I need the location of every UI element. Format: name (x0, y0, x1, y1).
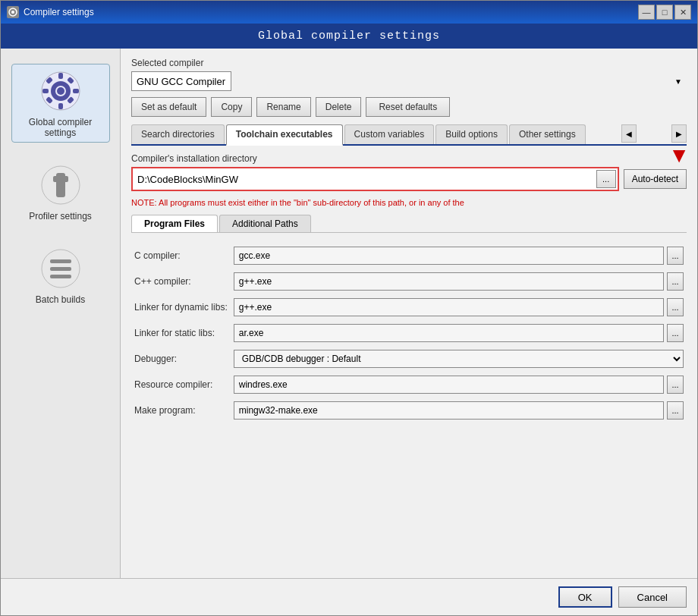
table-row: Debugger: GDB/CDB debugger : Default (131, 348, 687, 369)
sub-tab-additional-paths[interactable]: Additional Paths (219, 215, 311, 232)
make-program-label: Make program: (131, 400, 231, 421)
title-bar-controls: — □ ✕ (638, 5, 691, 20)
tab-search-directories[interactable]: Search directories (131, 124, 225, 144)
tab-other-settings[interactable]: Other settings (509, 124, 586, 144)
right-panel: Selected compiler GNU GCC Compiler ▼ Set… (121, 49, 697, 578)
sidebar: Global compilersettings Profiler (1, 49, 121, 578)
close-button[interactable]: ✕ (674, 5, 691, 20)
linker-static-input-cell: ... (231, 322, 687, 344)
compiler-dropdown-row: GNU GCC Compiler ▼ (131, 71, 687, 91)
linker-dynamic-wrapper: ... (234, 298, 684, 316)
global-compiler-icon (38, 68, 83, 114)
title-bar-left: Compiler settings (7, 6, 94, 18)
svg-rect-6 (58, 73, 63, 79)
app-icon (7, 6, 19, 18)
window-title: Compiler settings (24, 7, 94, 17)
linker-dynamic-input[interactable] (234, 298, 664, 316)
svg-point-2 (11, 11, 14, 14)
button-row: Set as default Copy Rename Delete Reset … (131, 97, 687, 117)
sidebar-label-global-compiler: Global compilersettings (29, 117, 92, 138)
copy-button[interactable]: Copy (211, 97, 252, 117)
auto-detect-wrapper: ▼ Auto-detect (624, 169, 687, 189)
c-compiler-input-cell: ... (231, 245, 687, 266)
debugger-select[interactable]: GDB/CDB debugger : Default (234, 350, 684, 368)
minimize-button[interactable]: — (638, 5, 655, 20)
debugger-input-cell: GDB/CDB debugger : Default (231, 348, 687, 369)
main-window: Compiler settings — □ ✕ Global compiler … (0, 0, 698, 616)
make-program-input-cell: ... (231, 400, 687, 421)
compiler-dir-input-row: ... ▼ Auto-detect (131, 167, 687, 191)
make-program-browse-button[interactable]: ... (667, 401, 684, 420)
reset-defaults-button[interactable]: Reset defaults (366, 97, 450, 117)
sub-tabs-row: Program Files Additional Paths (131, 215, 687, 233)
compiler-dir-section: Compiler's installation directory ... ▼ … (131, 153, 687, 191)
red-arrow-icon: ▼ (668, 145, 690, 166)
resource-compiler-label: Resource compiler: (131, 374, 231, 395)
debugger-label: Debugger: (131, 348, 231, 369)
linker-dynamic-label: Linker for dynamic libs: (131, 297, 231, 318)
compiler-dir-label: Compiler's installation directory (131, 153, 687, 164)
table-row: Linker for static libs: ... (131, 322, 687, 344)
linker-dynamic-input-cell: ... (231, 297, 687, 318)
cpp-compiler-browse-button[interactable]: ... (667, 272, 684, 291)
footer: OK Cancel (1, 578, 697, 615)
resource-compiler-input-cell: ... (231, 374, 687, 395)
profiler-icon-svg (39, 164, 82, 206)
main-content: Global compilersettings Profiler (1, 49, 697, 578)
tab-nav-right-button[interactable]: ▶ (671, 124, 687, 143)
table-row: Resource compiler: ... (131, 374, 687, 395)
auto-detect-button[interactable]: Auto-detect (624, 169, 687, 189)
tab-custom-variables[interactable]: Custom variables (344, 124, 435, 144)
title-bar: Compiler settings — □ ✕ (1, 1, 697, 24)
cpp-compiler-input[interactable] (234, 272, 664, 291)
set-as-default-button[interactable]: Set as default (131, 97, 206, 117)
rename-button[interactable]: Rename (256, 97, 310, 117)
table-row: Make program: ... (131, 400, 687, 421)
resource-compiler-input[interactable] (234, 376, 664, 394)
c-compiler-label: C compiler: (131, 245, 231, 266)
sidebar-item-batch-builds[interactable]: Batch builds (11, 241, 110, 310)
compiler-dir-input[interactable] (134, 170, 593, 188)
cancel-button[interactable]: Cancel (618, 586, 687, 608)
tab-build-options[interactable]: Build options (435, 124, 508, 144)
tab-nav-left-button[interactable]: ◀ (621, 124, 637, 143)
sub-tab-program-files[interactable]: Program Files (131, 215, 218, 232)
form-table: C compiler: ... C++ compiler: (131, 240, 687, 426)
linker-dynamic-browse-button[interactable]: ... (667, 298, 684, 316)
compiler-dir-input-wrapper: ... (131, 167, 619, 191)
tab-toolchain-executables[interactable]: Toolchain executables (226, 124, 343, 146)
sidebar-item-global-compiler[interactable]: Global compilersettings (11, 64, 110, 143)
dropdown-arrow-icon: ▼ (674, 77, 682, 86)
svg-rect-8 (42, 89, 49, 93)
cpp-compiler-input-cell: ... (231, 271, 687, 292)
sidebar-item-profiler[interactable]: Profiler settings (11, 158, 110, 226)
ok-button[interactable]: OK (558, 586, 612, 608)
delete-button[interactable]: Delete (316, 97, 362, 117)
resource-compiler-wrapper: ... (234, 376, 684, 394)
dialog-title: Global compiler settings (1, 24, 697, 49)
svg-rect-17 (62, 176, 68, 182)
batch-builds-icon (38, 246, 83, 291)
c-compiler-input[interactable] (234, 247, 664, 265)
svg-rect-7 (58, 103, 63, 109)
svg-rect-9 (73, 89, 79, 93)
resource-compiler-browse-button[interactable]: ... (667, 376, 684, 394)
linker-static-wrapper: ... (234, 324, 684, 342)
linker-static-input[interactable] (234, 324, 664, 342)
make-program-input[interactable] (234, 401, 664, 420)
linker-static-browse-button[interactable]: ... (667, 324, 684, 342)
sidebar-label-batch-builds: Batch builds (36, 294, 85, 305)
svg-point-5 (57, 87, 64, 95)
sidebar-label-profiler: Profiler settings (29, 211, 92, 222)
tabs-row: Search directories Toolchain executables… (131, 124, 687, 146)
table-row: C compiler: ... (131, 245, 687, 266)
c-compiler-browse-button[interactable]: ... (667, 247, 684, 265)
compiler-dropdown[interactable]: GNU GCC Compiler (131, 71, 231, 91)
table-row: Linker for dynamic libs: ... (131, 297, 687, 318)
svg-rect-16 (53, 176, 59, 182)
maximize-button[interactable]: □ (656, 5, 673, 20)
cpp-compiler-label: C++ compiler: (131, 271, 231, 292)
batch-builds-icon-svg (39, 247, 82, 290)
compiler-dir-browse-button[interactable]: ... (596, 170, 616, 188)
svg-rect-20 (50, 267, 71, 271)
